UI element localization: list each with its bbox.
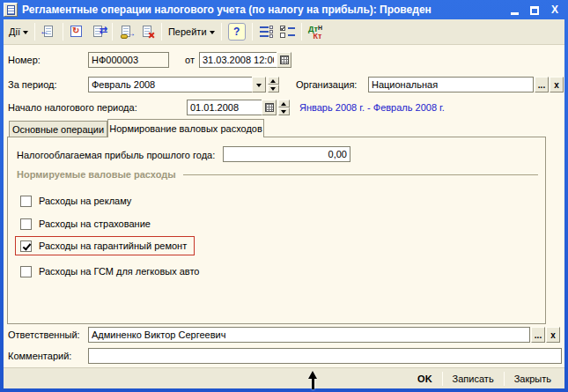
chevron-down-icon: [210, 31, 215, 34]
spin-up-icon[interactable]: [268, 77, 279, 85]
tax-postings-button[interactable]: ДтН Кт: [306, 21, 326, 42]
document-date-field[interactable]: [199, 52, 277, 68]
tax-start-spinner[interactable]: [278, 100, 290, 115]
responsible-field[interactable]: [88, 327, 530, 343]
calendar-icon: [265, 103, 274, 112]
spin-up-icon[interactable]: [278, 100, 290, 107]
goto-menu-button[interactable]: Перейти: [166, 21, 218, 42]
checkbox[interactable]: [20, 218, 32, 230]
number-field[interactable]: [88, 52, 169, 68]
period-spinner[interactable]: [268, 77, 279, 92]
period-label: За период:: [8, 79, 57, 90]
help-icon: ?: [228, 23, 246, 41]
document-movements-icon: ⇄: [91, 25, 106, 39]
toolbar-separator: [252, 23, 253, 41]
form-client-area: Дії ← ↻ ⇄ → Перейти ?: [4, 19, 564, 388]
checkbox-row-advertising[interactable]: Расходы на рекламу: [15, 191, 195, 211]
organization-field[interactable]: [368, 77, 534, 92]
document-icon: [7, 5, 15, 15]
toolbar-separator: [221, 23, 222, 41]
clear-posting-button[interactable]: [137, 21, 158, 42]
footer-button-bar: OK Записать Закрыть: [4, 367, 564, 388]
checkbox-list-button[interactable]: [277, 21, 298, 42]
organization-label: Организация:: [296, 79, 357, 90]
date-calendar-button[interactable]: [277, 52, 291, 68]
number-label: Номер:: [8, 55, 41, 65]
close-window-button[interactable]: X: [549, 4, 561, 16]
spin-down-icon[interactable]: [268, 85, 279, 92]
chevron-down-icon: [256, 84, 262, 87]
actions-label: Дії: [9, 26, 20, 37]
tab-expense-rationing[interactable]: Нормирование валовых расходов: [107, 119, 264, 137]
tax-period-start-field[interactable]: [187, 100, 262, 115]
tab-main-operations[interactable]: Основные операции: [9, 121, 107, 137]
window-icon: [4, 3, 18, 17]
spin-down-icon[interactable]: [278, 107, 290, 115]
help-button[interactable]: ?: [225, 21, 248, 42]
date-from-label: от: [185, 55, 195, 65]
tax-period-start-label: Начало налогового периода:: [8, 102, 137, 113]
titlebar: Регламентные операции налогового учета (…: [0, 0, 568, 19]
tab-panel: Налогооблагаемая прибыль прошлого года: …: [7, 137, 546, 324]
taxable-profit-label: Налогооблагаемая прибыль прошлого года:: [17, 150, 215, 160]
toolbar-separator: [34, 23, 35, 41]
toolbar-separator: [63, 23, 63, 41]
taxable-profit-field[interactable]: [223, 146, 350, 162]
goto-label: Перейти: [168, 26, 207, 37]
post-document-icon: →: [119, 25, 134, 39]
checkbox-list-icon: [280, 25, 295, 39]
checkbox[interactable]: [20, 240, 32, 252]
organization-clear-button[interactable]: x: [550, 77, 564, 92]
mouse-cursor: [308, 371, 318, 390]
toolbar-separator: [161, 23, 162, 41]
minimize-button[interactable]: [508, 4, 520, 16]
tax-start-calendar-button[interactable]: [262, 100, 277, 115]
calendar-icon: [280, 55, 289, 64]
post-document-button[interactable]: →: [116, 21, 136, 42]
organization-select-button[interactable]: ...: [535, 77, 549, 92]
reread-button[interactable]: ←: [39, 21, 59, 42]
responsible-label: Ответственный:: [8, 329, 80, 340]
responsible-clear-button[interactable]: x: [546, 327, 560, 343]
minimize-icon: [511, 12, 519, 15]
checkbox-row-fuel[interactable]: Расходы на ГСМ для легковых авто: [15, 262, 195, 281]
chevron-down-icon: [23, 31, 28, 34]
close-button[interactable]: Закрыть: [505, 370, 561, 388]
checkbox[interactable]: [20, 266, 32, 277]
table-sections-icon: [259, 25, 274, 39]
group-divider: [183, 174, 538, 175]
document-window: Регламентные операции налогового учета (…: [0, 0, 568, 392]
clear-posting-icon: [140, 25, 155, 39]
period-dropdown-button[interactable]: [252, 77, 266, 92]
window-title: Регламентные операции налогового учета (…: [22, 4, 508, 16]
table-sections-button[interactable]: [256, 21, 277, 42]
checkbox-label: Расходы на страхование: [39, 218, 151, 229]
window-controls: X: [508, 4, 561, 16]
checkbox[interactable]: [20, 196, 32, 207]
checkbox-row-insurance[interactable]: Расходы на страхование: [15, 214, 195, 233]
movements-button[interactable]: ⇄: [88, 21, 108, 42]
toolbar-separator: [301, 23, 302, 41]
reread-icon: ←: [41, 25, 56, 39]
maximize-icon: [530, 6, 539, 15]
repost-icon: ↻: [70, 25, 85, 39]
dtkt-icon: ДтН Кт: [308, 25, 322, 40]
actions-menu-button[interactable]: Дії: [6, 21, 31, 42]
checkbox-label: Расходы на гарантийный ремонт: [39, 240, 187, 251]
period-field[interactable]: [88, 77, 253, 92]
maximize-button[interactable]: [528, 4, 541, 16]
comment-label: Комментарий:: [8, 351, 71, 361]
checkbox-label: Расходы на рекламу: [39, 196, 131, 206]
repost-button[interactable]: ↻: [67, 21, 87, 42]
toolbar-separator: [112, 23, 113, 41]
responsible-select-button[interactable]: ...: [531, 327, 545, 343]
toolbar: Дії ← ↻ ⇄ → Перейти ?: [4, 19, 564, 45]
group-header: Нормируемые валовые расходы: [17, 169, 538, 180]
checkbox-label: Расходы на ГСМ для легковых авто: [39, 266, 199, 277]
save-button[interactable]: Записать: [443, 370, 504, 388]
group-title: Нормируемые валовые расходы: [17, 169, 176, 180]
period-range-text: Январь 2008 г. - Февраль 2008 г.: [299, 102, 445, 113]
checkbox-row-warranty-repair[interactable]: Расходы на гарантийный ремонт: [15, 236, 195, 255]
comment-field[interactable]: [88, 348, 562, 364]
ok-button[interactable]: OK: [408, 370, 442, 388]
